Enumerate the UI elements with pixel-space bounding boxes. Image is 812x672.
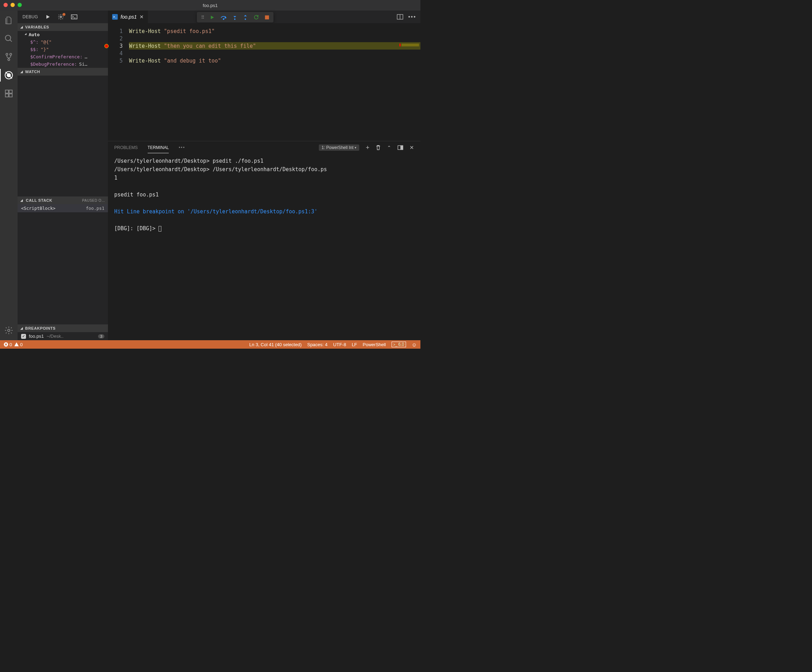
close-tab-icon[interactable]: ✕ bbox=[140, 14, 144, 20]
breakpoint-dot-icon[interactable] bbox=[104, 44, 109, 48]
window-title: foo.ps1 bbox=[203, 3, 218, 8]
more-actions-icon[interactable]: ••• bbox=[408, 14, 416, 20]
minimize-window-icon[interactable] bbox=[10, 3, 15, 7]
settings-icon[interactable] bbox=[4, 326, 14, 335]
maximize-window-icon[interactable] bbox=[17, 3, 22, 7]
callstack-frame[interactable]: <ScriptBlock> foo.ps1 bbox=[17, 204, 108, 212]
code-editor[interactable]: 1 2 3 4 5 Write-Host "psedit foo.ps1" Wr… bbox=[108, 23, 420, 141]
svg-point-5 bbox=[7, 73, 11, 77]
svg-point-6 bbox=[7, 74, 9, 75]
editor-tabs: >_ foo.ps1 ✕ ⠿ ••• bbox=[108, 10, 420, 23]
debug-toolbar[interactable]: ⠿ bbox=[197, 12, 273, 22]
variable-row[interactable]: $^:"@{" bbox=[17, 38, 108, 46]
variable-row[interactable]: $DebugPreference:Si… bbox=[17, 60, 108, 68]
errors-icon[interactable]: 0 bbox=[3, 342, 12, 347]
svg-rect-10 bbox=[5, 94, 9, 97]
split-editor-icon[interactable] bbox=[397, 14, 403, 20]
start-debug-icon[interactable] bbox=[45, 14, 51, 20]
terminal-output[interactable]: /Users/tylerleonhardt/Desktop> psedit ./… bbox=[108, 154, 420, 340]
debug-config-icon[interactable] bbox=[58, 14, 64, 20]
svg-rect-14 bbox=[72, 15, 77, 19]
bottom-panel: PROBLEMS TERMINAL ••• 1: PowerShell Int▾… bbox=[108, 141, 420, 340]
terminal-selector[interactable]: 1: PowerShell Int▾ bbox=[319, 145, 360, 151]
callstack-section-header[interactable]: ◢CALL STACK PAUSED O… bbox=[17, 196, 108, 204]
language-mode[interactable]: PowerShell bbox=[363, 342, 386, 347]
callstack-section bbox=[17, 212, 108, 324]
svg-point-12 bbox=[8, 329, 10, 332]
eol[interactable]: LF bbox=[352, 342, 357, 347]
line-number: 1 bbox=[108, 27, 129, 35]
breakpoints-section-header[interactable]: ◢BREAKPOINTS bbox=[17, 324, 108, 332]
breakpoint-checkbox[interactable]: ✓ bbox=[21, 334, 26, 339]
tab-terminal[interactable]: TERMINAL bbox=[148, 145, 169, 153]
line-number: 5 bbox=[108, 57, 129, 64]
panel-position-icon[interactable] bbox=[397, 145, 403, 150]
line-number: 3 bbox=[108, 42, 129, 49]
restart-icon[interactable] bbox=[253, 14, 259, 20]
svg-rect-21 bbox=[401, 145, 403, 149]
stop-icon[interactable] bbox=[265, 15, 269, 20]
svg-point-3 bbox=[8, 59, 10, 60]
svg-rect-9 bbox=[9, 90, 12, 93]
cursor-position[interactable]: Ln 3, Col 41 (40 selected) bbox=[249, 342, 302, 347]
svg-point-1 bbox=[6, 53, 8, 55]
close-panel-icon[interactable]: ✕ bbox=[409, 145, 414, 151]
activity-bar bbox=[0, 10, 17, 340]
title-bar: foo.ps1 bbox=[0, 0, 420, 10]
warnings-icon[interactable]: 0 bbox=[14, 342, 22, 347]
indentation[interactable]: Spaces: 4 bbox=[307, 342, 328, 347]
panel-maximize-icon[interactable]: ⌃ bbox=[387, 145, 391, 150]
close-window-icon[interactable] bbox=[3, 3, 8, 7]
panel-more-icon[interactable]: ••• bbox=[179, 145, 185, 150]
continue-icon[interactable] bbox=[210, 15, 215, 20]
powershell-version[interactable]: >_6.0 bbox=[392, 342, 406, 347]
step-over-icon[interactable] bbox=[220, 15, 227, 20]
svg-point-17 bbox=[245, 19, 246, 20]
powershell-file-icon: >_ bbox=[112, 14, 118, 20]
tab-problems[interactable]: PROBLEMS bbox=[114, 145, 138, 150]
svg-point-16 bbox=[234, 19, 235, 20]
variable-row[interactable]: $$:"}" bbox=[17, 46, 108, 53]
svg-point-13 bbox=[60, 16, 62, 18]
svg-point-0 bbox=[5, 35, 10, 41]
source-control-icon[interactable] bbox=[4, 52, 14, 62]
svg-rect-18 bbox=[265, 15, 269, 19]
encoding[interactable]: UTF-8 bbox=[333, 342, 346, 347]
extensions-icon[interactable] bbox=[4, 89, 14, 99]
drag-handle-icon[interactable]: ⠿ bbox=[201, 15, 204, 20]
editor-tab-foo[interactable]: >_ foo.ps1 ✕ bbox=[108, 10, 148, 23]
step-into-icon[interactable] bbox=[232, 14, 237, 20]
explorer-icon[interactable] bbox=[4, 15, 14, 25]
variable-row[interactable]: $ConfirmPreference:… bbox=[17, 53, 108, 60]
status-bar: 0 0 Ln 3, Col 41 (40 selected) Spaces: 4… bbox=[0, 340, 420, 349]
line-number: 2 bbox=[108, 35, 129, 42]
svg-point-2 bbox=[10, 53, 12, 55]
kill-terminal-icon[interactable] bbox=[376, 145, 381, 150]
svg-rect-11 bbox=[9, 94, 12, 97]
svg-point-15 bbox=[223, 18, 224, 19]
line-number: 4 bbox=[108, 49, 129, 57]
debug-console-icon[interactable] bbox=[71, 14, 77, 19]
debug-label: DEBUG bbox=[22, 14, 38, 19]
watch-section-header[interactable]: ◢WATCH bbox=[17, 68, 108, 75]
variable-scope-auto[interactable]: ◢Auto bbox=[17, 31, 108, 38]
new-terminal-icon[interactable]: + bbox=[365, 144, 369, 152]
feedback-icon[interactable]: ☺ bbox=[412, 342, 417, 348]
search-icon[interactable] bbox=[4, 34, 14, 44]
debug-sidebar: DEBUG ◢VARIABLES ◢Auto $^:"@{" $$:"}" $C… bbox=[17, 10, 108, 340]
svg-point-7 bbox=[9, 74, 10, 75]
debug-icon[interactable] bbox=[4, 70, 14, 80]
variables-section: ◢Auto $^:"@{" $$:"}" $ConfirmPreference:… bbox=[17, 31, 108, 68]
step-out-icon[interactable] bbox=[243, 14, 248, 20]
watch-section bbox=[17, 75, 108, 196]
variables-section-header[interactable]: ◢VARIABLES bbox=[17, 23, 108, 31]
svg-rect-8 bbox=[5, 90, 9, 93]
breakpoint-row[interactable]: ✓ foo.ps1 ~/Desk.. 3 bbox=[17, 332, 108, 340]
minimap[interactable] bbox=[399, 23, 420, 141]
